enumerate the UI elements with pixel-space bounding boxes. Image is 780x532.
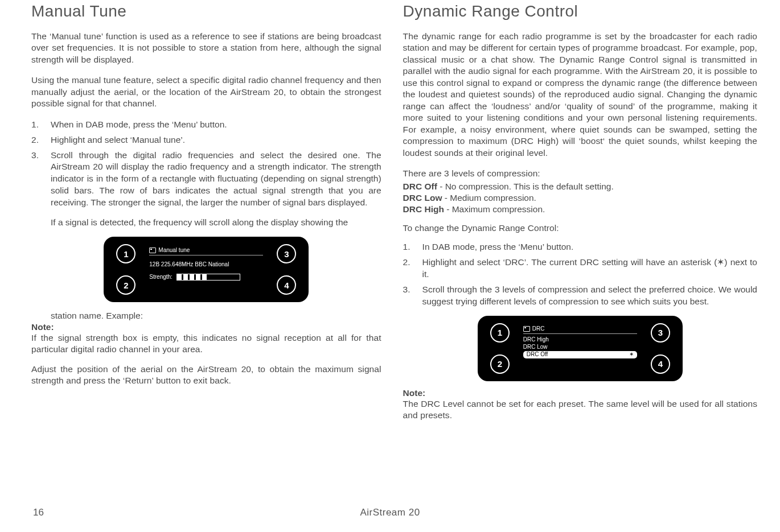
drc-off-row: DRC Off ✶ bbox=[523, 351, 637, 358]
strength-meter bbox=[176, 274, 240, 281]
menu-icon bbox=[523, 326, 530, 332]
device-button-2: 2 bbox=[116, 275, 136, 295]
drc-low-row: DRC Low bbox=[523, 344, 637, 350]
device-screen: Manual tune 12B 225.648MHz BBC National … bbox=[149, 247, 263, 292]
manual-tune-heading: Manual Tune bbox=[31, 2, 381, 20]
step-3: Scroll through the digital radio frequen… bbox=[31, 150, 381, 229]
device-screen: DRC DRC High DRC Low DRC Off ✶ bbox=[523, 325, 637, 371]
manual-tune-steps: When in DAB mode, press the ‘Menu’ butto… bbox=[31, 119, 381, 229]
right-column: Dynamic Range Control The dynamic range … bbox=[403, 0, 757, 532]
drc-step-2: Highlight and select ‘DRC’. The current … bbox=[403, 257, 757, 281]
step-1: When in DAB mode, press the ‘Menu’ butto… bbox=[31, 119, 381, 131]
screen-frequency: 12B 225.648MHz BBC National bbox=[149, 261, 263, 268]
menu-icon bbox=[149, 248, 156, 253]
example-caption: station name. Example: bbox=[31, 310, 381, 322]
left-column: Manual Tune The ‘Manual tune’ function i… bbox=[31, 0, 386, 532]
screen-title: Manual tune bbox=[158, 247, 190, 253]
device-button-3: 3 bbox=[277, 244, 296, 263]
levels-intro: There are 3 levels of compression: bbox=[403, 168, 757, 179]
device-button-4: 4 bbox=[651, 354, 670, 374]
manual-tune-display: 1 2 3 4 Manual tune 12B 225.648MHz BBC N… bbox=[104, 237, 309, 302]
drc-off-line: DRC Off - No compression. This is the de… bbox=[403, 182, 757, 192]
note-label-2: Note: bbox=[403, 388, 757, 398]
drc-intro: The dynamic range for each radio program… bbox=[403, 31, 757, 159]
drc-display: 1 2 3 4 DRC DRC High DRC Low DRC Off ✶ bbox=[478, 316, 683, 381]
manual-tune-intro-1: The ‘Manual tune’ function is used as a … bbox=[31, 31, 381, 65]
drc-heading: Dynamic Range Control bbox=[403, 2, 757, 20]
device-button-1: 1 bbox=[490, 323, 510, 343]
device-button-2: 2 bbox=[490, 354, 510, 374]
note-body-2: The DRC Level cannot be set for each pre… bbox=[403, 398, 757, 422]
device-button-3: 3 bbox=[651, 323, 670, 343]
drc-steps: In DAB mode, press the ‘Menu’ button. Hi… bbox=[403, 241, 757, 308]
drc-step-1: In DAB mode, press the ‘Menu’ button. bbox=[403, 241, 757, 253]
device-button-1: 1 bbox=[116, 244, 136, 263]
star-icon: ✶ bbox=[629, 351, 634, 358]
star-icon: ✶ bbox=[717, 257, 724, 267]
device-button-4: 4 bbox=[277, 275, 296, 295]
note-body: If the signal strength box is empty, thi… bbox=[31, 332, 381, 356]
footer-product: AirStream 20 bbox=[0, 507, 780, 518]
strength-label: Strength: bbox=[149, 274, 173, 280]
step-2: Highlight and select ‘Manual tune’. bbox=[31, 134, 381, 146]
drc-step-3: Scroll through the 3 levels of compressi… bbox=[403, 284, 757, 308]
note-label: Note: bbox=[31, 322, 381, 332]
drc-low-line: DRC Low - Medium compression. bbox=[403, 193, 757, 203]
manual-tune-intro-2: Using the manual tune feature, select a … bbox=[31, 75, 381, 109]
drc-high-line: DRC High - Maximum compression. bbox=[403, 204, 757, 215]
screen-title: DRC bbox=[532, 325, 545, 332]
drc-high-row: DRC High bbox=[523, 336, 637, 343]
change-intro: To change the Dynamic Range Control: bbox=[403, 222, 757, 234]
adjust-aerial-paragraph: Adjust the position of the aerial on the… bbox=[31, 364, 381, 387]
